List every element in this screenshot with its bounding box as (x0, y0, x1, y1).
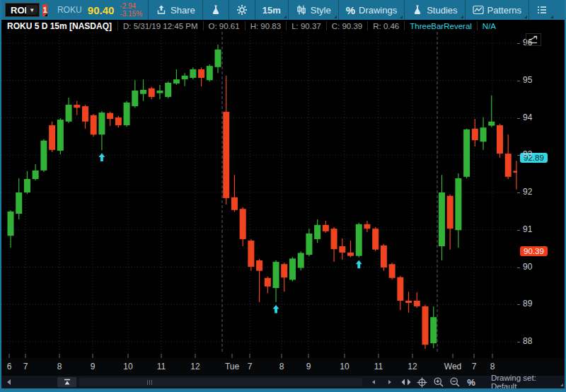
candle-body (207, 66, 213, 80)
time-axis-label: 12 (408, 362, 417, 371)
candle-body (33, 171, 39, 179)
price-axis-label: 91 (523, 224, 532, 234)
chart-title: ROKU 5 D 15m [NASDAQ] (1, 21, 117, 31)
line-chart-icon (528, 35, 539, 45)
symbol-input[interactable]: ROKU ▼ (5, 3, 40, 17)
time-axis-label: Wed (444, 362, 461, 371)
candle-body (422, 306, 429, 345)
chart-settings-button[interactable] (229, 0, 255, 20)
time-axis-label: 12 (190, 362, 200, 371)
analyze-button[interactable] (203, 0, 229, 20)
percent-zoom-button[interactable]: % (464, 376, 478, 388)
time-axis-label: 8 (279, 362, 284, 371)
scroll-left-icon[interactable] (7, 379, 11, 385)
zoom-out-button[interactable] (448, 376, 462, 388)
header-open: O: 90.61 (203, 21, 245, 30)
alerts-badge[interactable]: 1 (42, 4, 47, 16)
drawings-button[interactable]: % Drawings (339, 0, 405, 20)
candle-body (505, 154, 512, 177)
price-tick (517, 81, 520, 81)
symbol-dropdown-arrow-icon[interactable]: ▼ (26, 5, 37, 15)
time-axis-label: 8 (57, 362, 62, 371)
price-axis-label: 95 (523, 75, 532, 85)
chart-header: ROKU 5 D 15m [NASDAQ] D: 5/31/19 12:45 P… (1, 20, 565, 32)
header-close: C: 90.39 (326, 21, 367, 30)
candle-body (447, 196, 454, 229)
timeframe-label: 15m (262, 5, 281, 16)
time-axis-label: 10 (123, 362, 132, 371)
candle-body (430, 317, 437, 343)
candle-body (331, 229, 337, 249)
studies-label: Studies (427, 5, 457, 16)
drawing-set-selector[interactable]: Drawing set: Default (487, 376, 565, 388)
time-axis-label: 7 (23, 362, 28, 371)
share-button[interactable]: Share (149, 0, 202, 20)
zoom-in-button[interactable] (432, 376, 446, 388)
buy-signal-arrow-icon (273, 305, 279, 313)
symbol-description: ROKU IN... (57, 5, 82, 15)
candle-body (472, 129, 478, 140)
candlestick-icon (296, 4, 307, 16)
studies-button[interactable]: Studies (405, 0, 464, 20)
price-change: -2.94 -3.15% (120, 2, 142, 18)
candle-body (306, 234, 312, 255)
pan-right-button[interactable] (383, 376, 397, 388)
candle-body (190, 69, 196, 78)
header-study-name[interactable]: ThreeBarReveral (404, 21, 477, 30)
candle-body (356, 224, 362, 256)
candle-body (66, 105, 72, 122)
candle-body (497, 125, 503, 154)
candle-body (488, 122, 495, 126)
pan-left-button[interactable] (366, 376, 381, 388)
candle-body (439, 192, 445, 246)
flask-icon (210, 4, 221, 16)
fit-zoom-button[interactable] (399, 376, 413, 388)
patterns-button[interactable]: Patterns (466, 0, 529, 20)
candle-body (82, 106, 88, 122)
price-tick (517, 155, 520, 156)
gear-icon (236, 4, 248, 16)
candle-body (248, 241, 254, 267)
style-button[interactable]: Style (289, 0, 338, 20)
candle-body (24, 179, 30, 192)
chart-maximize-button[interactable] (526, 33, 541, 46)
timeframe-button[interactable]: 15m (255, 0, 288, 20)
candle-body (140, 90, 146, 94)
price-axis[interactable]: 92.89 90.39 969594939291908988 (517, 32, 565, 358)
list-menu-icon (536, 4, 548, 16)
zoom-out-icon (449, 376, 461, 388)
chart-scrollbar[interactable] (79, 378, 362, 386)
candle-body (98, 113, 105, 134)
chart-menu-button[interactable] (529, 0, 555, 20)
price-tick (517, 342, 520, 342)
time-axis-label: 8 (490, 362, 495, 371)
time-axis[interactable]: 6789101112Tue789101112Wed78 (1, 358, 565, 376)
collapse-up-icon (62, 378, 72, 386)
candle-body (298, 253, 304, 267)
top-toolbar: ROKU ▼ 1 ROKU IN... 90.40 -2.94 -3.15% S… (1, 0, 565, 20)
header-high: H: 90.83 (245, 21, 286, 30)
scrollbar-grip[interactable] (144, 379, 154, 385)
drawings-label: Drawings (359, 5, 397, 16)
time-axis-label: 9 (306, 362, 311, 371)
candle-body (397, 277, 403, 301)
candle-body (256, 260, 262, 271)
pattern-zigzag-icon (473, 4, 484, 16)
candle-body (91, 115, 97, 134)
price-tick (517, 192, 520, 193)
candle-body (198, 69, 204, 78)
price-axis-label: 88 (523, 336, 532, 346)
time-axis-label: Tue (225, 362, 239, 371)
change-percent: -3.15% (120, 10, 142, 18)
crosshair-icon (417, 377, 427, 388)
crosshair-button[interactable] (415, 376, 429, 388)
candle-body (49, 125, 55, 150)
candle-body (405, 301, 412, 303)
chart-plot-area[interactable] (1, 32, 517, 358)
candle-body (289, 258, 296, 279)
candle-body (347, 253, 354, 256)
flask-icon (412, 4, 423, 16)
candle-body (156, 91, 163, 93)
header-study-value: N/A (477, 21, 501, 30)
collapse-panel-button[interactable] (57, 377, 76, 387)
